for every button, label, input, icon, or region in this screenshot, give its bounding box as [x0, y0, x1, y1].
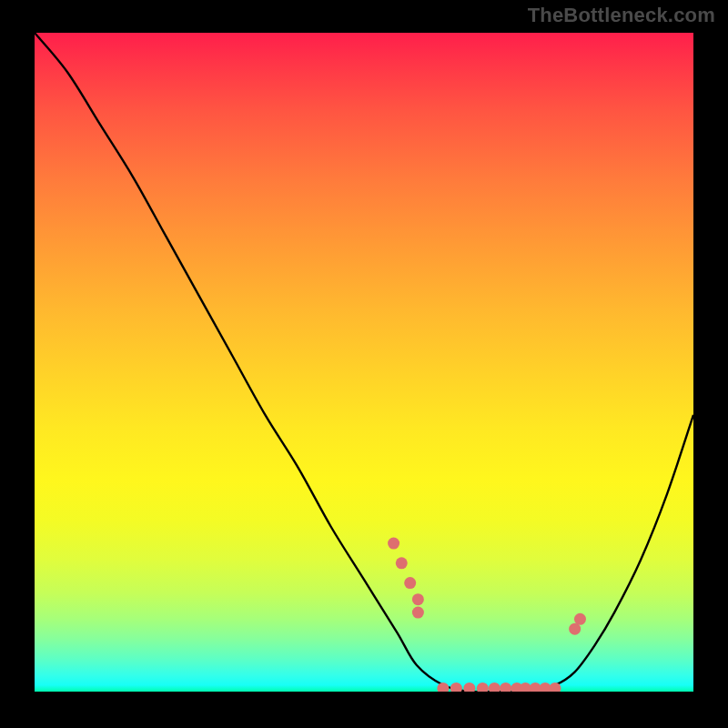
data-marker: [574, 613, 586, 625]
data-marker: [412, 593, 424, 605]
data-marker: [463, 682, 475, 692]
data-marker: [412, 607, 424, 619]
watermark-text: TheBottleneck.com: [528, 4, 715, 27]
data-marker: [489, 682, 500, 692]
plot-area: [35, 33, 693, 692]
chart-frame: TheBottleneck.com: [0, 0, 728, 728]
data-marker: [477, 682, 489, 692]
marker-group: [388, 538, 586, 692]
data-marker: [500, 682, 511, 692]
data-marker: [388, 538, 399, 550]
data-marker: [450, 682, 462, 692]
curve-layer: [35, 33, 693, 692]
bottleneck-curve: [35, 33, 693, 692]
data-marker: [404, 577, 416, 589]
data-marker: [396, 557, 408, 569]
